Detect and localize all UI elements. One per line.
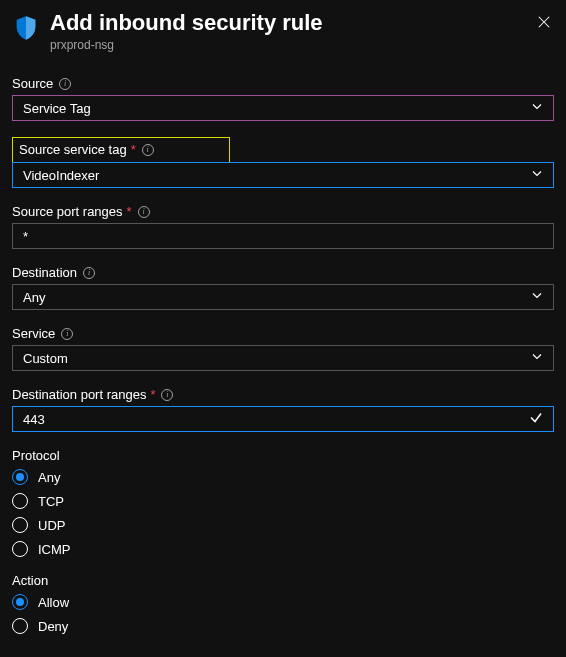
label-text: Protocol <box>12 448 60 463</box>
close-icon <box>537 15 551 29</box>
radio-indicator <box>12 469 28 485</box>
destination-label: Destination i <box>12 265 554 280</box>
destination-port-ranges-input[interactable] <box>12 406 554 432</box>
input-text[interactable] <box>23 229 543 244</box>
action-label: Action <box>12 573 554 588</box>
label-text: Service <box>12 326 55 341</box>
field-source-service-tag: Source service tag * i VideoIndexer <box>12 137 554 188</box>
source-label: Source i <box>12 76 554 91</box>
radio-action-deny[interactable]: Deny <box>12 618 554 634</box>
label-text: Source service tag <box>19 142 127 157</box>
radio-label: Any <box>38 470 60 485</box>
service-label: Service i <box>12 326 554 341</box>
info-icon[interactable]: i <box>61 328 73 340</box>
label-text: Destination <box>12 265 77 280</box>
info-icon[interactable]: i <box>83 267 95 279</box>
label-text: Source <box>12 76 53 91</box>
radio-protocol-any[interactable]: Any <box>12 469 554 485</box>
info-icon[interactable]: i <box>138 206 150 218</box>
chevron-down-icon <box>531 168 543 183</box>
label-text: Destination port ranges <box>12 387 146 402</box>
radio-indicator <box>12 517 28 533</box>
chevron-down-icon <box>531 290 543 305</box>
action-radio-group: Allow Deny <box>12 594 554 634</box>
source-port-ranges-input[interactable] <box>12 223 554 249</box>
panel-title: Add inbound security rule <box>50 10 554 36</box>
chevron-down-icon <box>531 351 543 366</box>
required-indicator: * <box>131 142 136 157</box>
required-indicator: * <box>127 204 132 219</box>
radio-indicator <box>12 493 28 509</box>
source-port-ranges-label: Source port ranges * i <box>12 204 554 219</box>
radio-label: TCP <box>38 494 64 509</box>
destination-select[interactable]: Any <box>12 284 554 310</box>
protocol-radio-group: Any TCP UDP ICMP <box>12 469 554 557</box>
service-select[interactable]: Custom <box>12 345 554 371</box>
radio-label: UDP <box>38 518 65 533</box>
panel-header: Add inbound security rule prxprod-nsg <box>12 10 554 52</box>
select-value: VideoIndexer <box>23 168 99 183</box>
source-service-tag-select[interactable]: VideoIndexer <box>12 162 554 188</box>
field-action: Action Allow Deny <box>12 573 554 634</box>
info-icon[interactable]: i <box>161 389 173 401</box>
label-text: Source port ranges <box>12 204 123 219</box>
field-source: Source i Service Tag <box>12 76 554 121</box>
radio-action-allow[interactable]: Allow <box>12 594 554 610</box>
radio-indicator <box>12 541 28 557</box>
label-text: Action <box>12 573 48 588</box>
select-value: Service Tag <box>23 101 91 116</box>
radio-indicator <box>12 594 28 610</box>
field-source-port-ranges: Source port ranges * i <box>12 204 554 249</box>
source-service-tag-label: Source service tag * i <box>19 142 223 157</box>
field-protocol: Protocol Any TCP UDP ICMP <box>12 448 554 557</box>
field-destination-port-ranges: Destination port ranges * i <box>12 387 554 432</box>
source-select[interactable]: Service Tag <box>12 95 554 121</box>
select-value: Any <box>23 290 45 305</box>
radio-indicator <box>12 618 28 634</box>
radio-label: Allow <box>38 595 69 610</box>
info-icon[interactable]: i <box>59 78 71 90</box>
destination-port-ranges-label: Destination port ranges * i <box>12 387 554 402</box>
field-service: Service i Custom <box>12 326 554 371</box>
radio-protocol-udp[interactable]: UDP <box>12 517 554 533</box>
radio-protocol-tcp[interactable]: TCP <box>12 493 554 509</box>
chevron-down-icon <box>531 101 543 116</box>
protocol-label: Protocol <box>12 448 554 463</box>
shield-icon <box>12 14 40 42</box>
required-indicator: * <box>150 387 155 402</box>
select-value: Custom <box>23 351 68 366</box>
radio-protocol-icmp[interactable]: ICMP <box>12 541 554 557</box>
title-block: Add inbound security rule prxprod-nsg <box>50 10 554 52</box>
close-button[interactable] <box>534 12 554 32</box>
panel-subtitle: prxprod-nsg <box>50 38 554 52</box>
radio-label: ICMP <box>38 542 71 557</box>
field-destination: Destination i Any <box>12 265 554 310</box>
radio-label: Deny <box>38 619 68 634</box>
info-icon[interactable]: i <box>142 144 154 156</box>
input-text[interactable] <box>23 412 543 427</box>
